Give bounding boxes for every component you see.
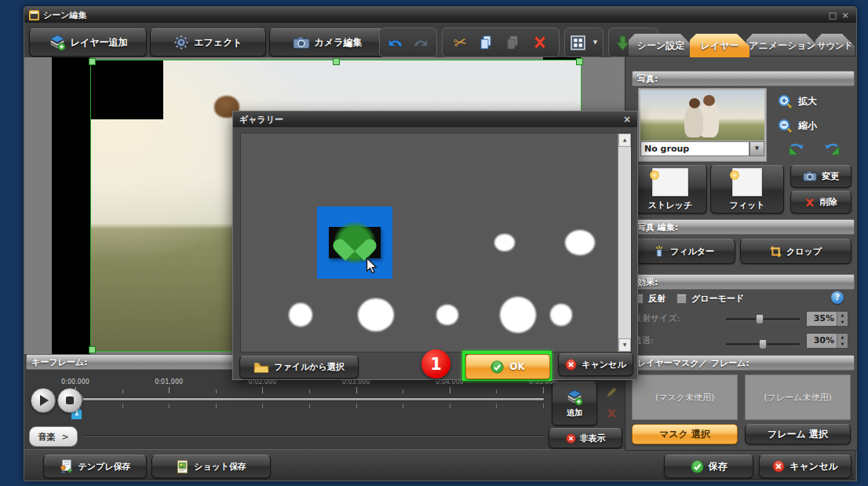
spin-down-icon[interactable]: ▼ — [837, 341, 848, 348]
undo-icon[interactable] — [386, 33, 405, 52]
gallery-item-ellipse-lg[interactable] — [542, 206, 618, 279]
zoom-in-button[interactable]: 拡大 — [778, 94, 817, 109]
change-photo-button[interactable]: 変更 — [790, 165, 852, 188]
delete-icon[interactable] — [532, 35, 548, 50]
camera-icon — [293, 36, 310, 49]
glow-checkbox[interactable] — [677, 294, 687, 304]
title-bar: シーン編集 □ × — [24, 7, 856, 23]
mask-frame-header: レイヤーマスク／ フレーム: — [632, 355, 855, 371]
dialog-title-bar: ギャラリー × — [233, 111, 637, 127]
effects-button[interactable]: エフェクト — [150, 28, 266, 57]
edit-keyframe-icon[interactable] — [605, 386, 618, 399]
gallery-scrollbar[interactable]: ▲ ▼ — [618, 133, 631, 352]
frame-preview-box[interactable]: (フレーム未使用) — [745, 375, 851, 420]
gallery-item-rect-white[interactable] — [242, 134, 317, 206]
restore-button[interactable]: □ — [826, 10, 839, 20]
mask-select-button[interactable]: マスク 選択 — [632, 424, 738, 444]
scroll-down-icon[interactable]: ▼ — [618, 338, 631, 352]
select-from-file-button[interactable]: ファイルから選択 — [239, 356, 359, 378]
help-icon[interactable]: ? — [831, 291, 844, 304]
gallery-dialog: ギャラリー × ▲ ▼ ファイルから選択 1 OK キャンセル — [232, 111, 638, 380]
slider-thumb[interactable] — [759, 339, 767, 349]
crop-button[interactable]: クロップ — [740, 239, 852, 264]
play-button[interactable] — [31, 388, 56, 413]
dialog-close-icon[interactable]: × — [623, 114, 631, 125]
photo-thumbnail[interactable] — [640, 90, 764, 141]
paste-icon[interactable] — [505, 35, 520, 50]
tab-animation[interactable]: アニメーション — [746, 34, 819, 57]
save-template-button[interactable]: テンプレ保存 — [43, 455, 147, 478]
gallery-item-rect-white-sm[interactable] — [542, 134, 618, 206]
gallery-item-rect-white[interactable] — [242, 206, 317, 279]
gallery-item-rect-black[interactable] — [392, 206, 468, 279]
save-shot-button[interactable]: ショット保存 — [151, 455, 271, 478]
gallery-item-circle-left-sm[interactable] — [392, 279, 468, 351]
save-check-icon — [691, 460, 704, 473]
gallery-item-circle-left-lg[interactable] — [317, 279, 392, 351]
group-select-caret-icon[interactable]: ▼ — [749, 141, 764, 156]
zoom-out-button[interactable]: 縮小 — [778, 119, 817, 133]
selection-handle[interactable] — [89, 58, 96, 65]
cancel-x-icon — [772, 460, 785, 473]
tab-layer[interactable]: レイヤー — [690, 34, 749, 57]
group-select[interactable]: No group — [640, 141, 749, 156]
mask-preview-box[interactable]: (マスク未使用) — [632, 375, 738, 420]
gallery-item-grad-lr[interactable] — [317, 134, 392, 206]
selection-handle[interactable] — [89, 346, 96, 353]
cut-icon[interactable]: ✂ — [452, 32, 469, 53]
grid-view-icon[interactable] — [571, 35, 585, 50]
gallery-item-circle-edge-lg[interactable] — [467, 279, 542, 351]
copy-icon[interactable] — [478, 35, 494, 50]
selection-handle[interactable] — [333, 58, 340, 65]
music-button[interactable]: 音楽> — [29, 426, 78, 447]
camera-edit-button[interactable]: カメラ編集 — [269, 28, 385, 57]
hide-button[interactable]: 非表示 — [549, 428, 622, 448]
tick-mark — [122, 389, 123, 393]
grid-view-caret-icon[interactable]: ▼ — [593, 39, 597, 46]
redo-icon[interactable] — [411, 33, 430, 52]
frame-select-button[interactable]: フレーム 選択 — [745, 424, 851, 444]
add-layer-button[interactable]: レイヤー追加 — [29, 28, 147, 57]
rotate-right-icon[interactable] — [823, 140, 842, 157]
reflect-size-spinner[interactable]: 35% ▲▼ — [806, 311, 848, 327]
cancel-button[interactable]: キャンセル — [759, 455, 852, 478]
gear-icon — [173, 35, 189, 50]
fit-button[interactable]: フィット — [710, 165, 784, 214]
spin-down-icon[interactable]: ▼ — [837, 319, 848, 326]
stretch-icon — [652, 168, 688, 196]
opacity-spinner[interactable]: 30% ▲▼ — [806, 333, 848, 349]
spin-up-icon[interactable]: ▲ — [837, 334, 848, 341]
tick-mark — [496, 404, 497, 408]
stretch-button[interactable]: ストレッチ — [633, 165, 707, 214]
gallery-item-circle-right[interactable] — [542, 279, 618, 351]
gallery-list: ▲ ▼ — [240, 133, 632, 353]
tick-mark — [543, 404, 544, 408]
selection-handle[interactable] — [576, 58, 583, 65]
gallery-item-circle-left[interactable] — [242, 279, 317, 351]
save-button[interactable]: 保存 — [664, 455, 753, 478]
ok-button[interactable]: OK — [465, 354, 550, 379]
spin-up-icon[interactable]: ▲ — [837, 312, 848, 319]
stop-button[interactable] — [57, 388, 82, 413]
tab-scene-settings[interactable]: シーン設定 — [629, 34, 693, 57]
slider-thumb[interactable] — [756, 314, 764, 324]
rotate-left-icon[interactable] — [786, 140, 805, 157]
gallery-item-grad-rl[interactable] — [392, 134, 468, 206]
tab-sound[interactable]: サウンド — [815, 34, 855, 57]
stop-icon — [66, 396, 74, 404]
zoom-in-icon — [778, 94, 793, 109]
filter-button[interactable]: フィルター — [632, 239, 735, 264]
add-keyframe-button[interactable]: 追加 — [552, 382, 597, 426]
timeline-track[interactable] — [75, 397, 545, 401]
close-button[interactable]: × — [839, 10, 852, 20]
reflect-size-slider[interactable] — [726, 318, 800, 321]
dialog-cancel-button[interactable]: キャンセル — [558, 353, 633, 376]
scroll-up-icon[interactable]: ▲ — [618, 133, 631, 147]
gallery-item-square-white[interactable] — [467, 134, 542, 206]
gallery-item-heart[interactable] — [317, 206, 392, 279]
remove-photo-button[interactable]: 削除 — [790, 191, 852, 214]
move-down-icon[interactable] — [616, 35, 629, 51]
delete-keyframe-icon[interactable] — [606, 407, 618, 419]
opacity-slider[interactable] — [726, 343, 800, 346]
gallery-item-ellipse-sm[interactable] — [467, 206, 542, 279]
